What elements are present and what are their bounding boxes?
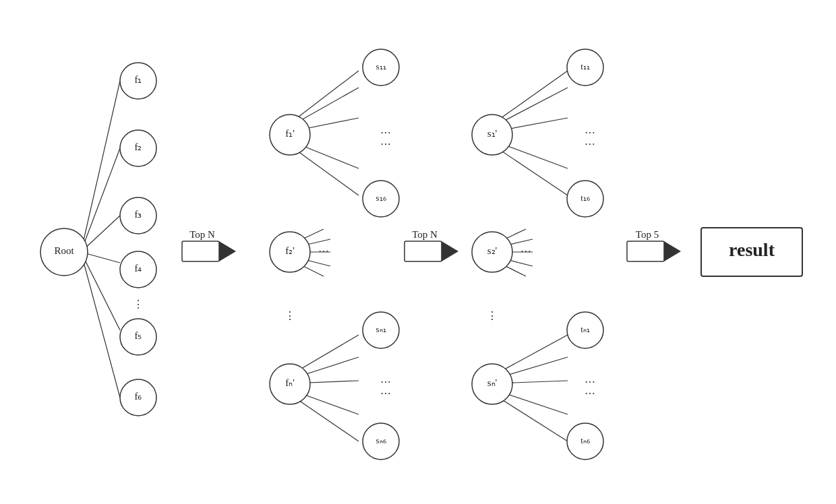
right-col-dots: ⋮ [487, 310, 498, 321]
svg-marker-37 [219, 241, 236, 261]
f2-label: f₂ [135, 141, 142, 152]
svg-line-1 [81, 148, 120, 252]
svg-rect-36 [182, 241, 219, 261]
t16-label: t₁₆ [580, 193, 590, 203]
svg-rect-38 [405, 241, 442, 261]
s16-label: s₁₆ [376, 193, 386, 203]
f2p-label: f₂' [285, 245, 295, 256]
s2p-label: s₂' [487, 245, 498, 256]
sN6-label: sₙ₆ [376, 435, 386, 445]
sNp-dots: ⋯ [585, 376, 595, 387]
top-n-label-2: Top N [412, 229, 438, 240]
mid-col-dots: ⋮ [285, 310, 295, 321]
f6-label: f₆ [135, 391, 142, 402]
s2p-fan-dots: ⋯ [520, 245, 531, 257]
f1-label: f₁ [135, 74, 142, 85]
tN6-label: tₙ₆ [580, 435, 590, 445]
s1p-label: s₁' [487, 128, 498, 139]
top-5-label: Top 5 [636, 229, 659, 240]
tN1-label: tₙ₁ [580, 324, 590, 334]
f4-label: f₄ [135, 263, 142, 274]
s1p-dots-2: ⋯ [585, 138, 595, 150]
f3-label: f₃ [135, 209, 142, 220]
s1p-dots-1: ⋯ [585, 127, 595, 138]
sNp-dots-2: ⋯ [585, 387, 595, 399]
svg-line-5 [81, 252, 120, 398]
fNp-dots: ⋯ [380, 376, 391, 387]
t11-label: t₁₁ [580, 61, 590, 71]
svg-marker-41 [664, 241, 681, 261]
fNp-dots-2: ⋯ [380, 387, 391, 399]
fNp-label: fₙ' [285, 377, 295, 388]
f5-label: f₅ [135, 330, 142, 341]
diagram-svg: Top N Top N Top 5 result Root f₁ f₂ f₃ f… [0, 0, 836, 504]
svg-rect-40 [627, 241, 664, 261]
f1p-dots-1: ⋯ [380, 127, 391, 138]
f2p-fan-dots: ⋯ [318, 245, 329, 257]
svg-marker-39 [442, 241, 458, 261]
svg-line-0 [81, 81, 120, 252]
top-n-label-1: Top N [189, 229, 215, 240]
svg-line-4 [81, 252, 120, 330]
s11-label: s₁₁ [376, 61, 386, 71]
f1p-label: f₁' [285, 128, 295, 139]
sN1-label: sₙ₁ [376, 324, 386, 334]
root-label: Root [54, 245, 74, 256]
result-label: result [729, 239, 775, 260]
f1p-dots-2: ⋯ [380, 138, 391, 150]
sNp-label: sₙ' [487, 377, 498, 388]
left-dots: ⋮ [133, 298, 144, 310]
